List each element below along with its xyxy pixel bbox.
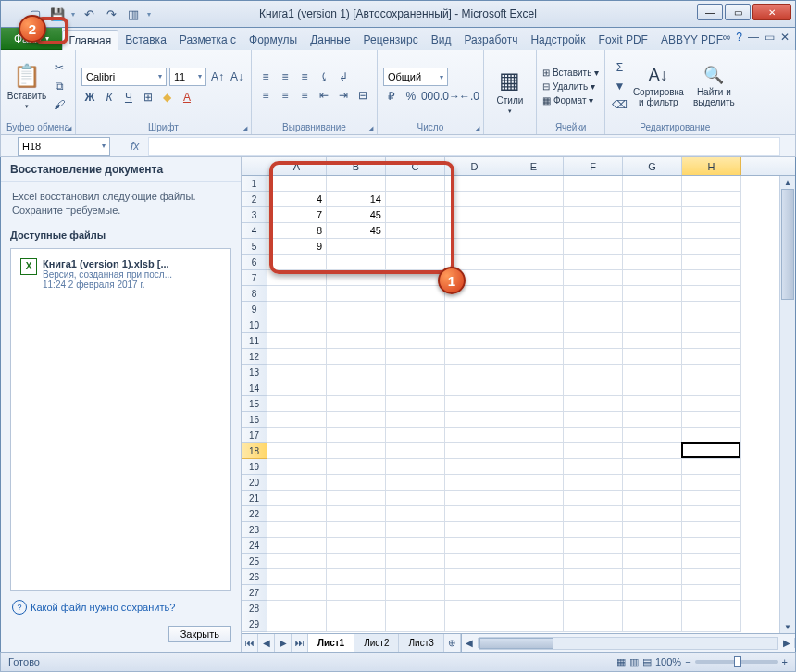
column-header-D[interactable]: D (445, 157, 504, 175)
cell-E27[interactable] (504, 585, 564, 601)
row-header-21[interactable]: 21 (242, 491, 267, 506)
cell-F17[interactable] (564, 428, 623, 443)
tab-foxit[interactable]: Foxit PDF (592, 30, 654, 50)
row-header-25[interactable]: 25 (242, 554, 267, 569)
cut-button[interactable]: ✂ (51, 59, 68, 76)
cell-A12[interactable] (267, 349, 327, 365)
cell-G28[interactable] (623, 601, 682, 616)
scroll-down-icon[interactable]: ▼ (780, 620, 795, 633)
cell-C13[interactable] (386, 365, 445, 380)
undo-button[interactable]: ↶ (79, 4, 99, 24)
cell-A18[interactable] (267, 443, 327, 459)
cell-H19[interactable] (682, 459, 741, 475)
cell-E4[interactable] (504, 223, 564, 239)
row-header-20[interactable]: 20 (242, 475, 267, 491)
cell-C2[interactable] (386, 192, 445, 207)
cell-F11[interactable] (564, 333, 623, 349)
view-layout-icon[interactable]: ▥ (629, 656, 639, 668)
row-header-23[interactable]: 23 (242, 522, 267, 538)
indent-inc-button[interactable]: ⇥ (335, 87, 352, 104)
cell-C23[interactable] (386, 522, 445, 538)
clear-button[interactable]: ⌫ (611, 96, 628, 113)
cell-B25[interactable] (327, 554, 386, 569)
cell-F3[interactable] (564, 207, 623, 223)
cell-E28[interactable] (504, 601, 564, 616)
cell-D14[interactable] (445, 380, 504, 396)
cell-C14[interactable] (386, 380, 445, 396)
cell-B10[interactable] (327, 317, 386, 333)
row-header-28[interactable]: 28 (242, 601, 267, 616)
formula-input[interactable] (148, 137, 780, 156)
fill-button[interactable]: ▼ (611, 78, 628, 94)
indent-dec-button[interactable]: ⇤ (316, 87, 332, 104)
cell-F1[interactable] (564, 176, 623, 192)
cell-E12[interactable] (504, 349, 564, 365)
tab-developer[interactable]: Разработч (457, 30, 524, 50)
recovery-help-link[interactable]: Какой файл нужно сохранить? (1, 594, 241, 620)
vscroll-thumb[interactable] (781, 189, 794, 300)
cell-H15[interactable] (682, 396, 741, 412)
cell-E24[interactable] (504, 538, 564, 554)
view-pagebreak-icon[interactable]: ▤ (642, 656, 652, 668)
redo-button[interactable]: ↷ (101, 4, 121, 24)
qat-customize-icon[interactable]: ▾ (145, 10, 153, 19)
wrap-text-button[interactable]: ↲ (335, 68, 352, 85)
column-header-G[interactable]: G (623, 157, 682, 175)
cell-B8[interactable] (327, 286, 386, 302)
cell-D24[interactable] (445, 538, 504, 554)
cell-A22[interactable] (267, 506, 327, 522)
tab-formulas[interactable]: Формулы (243, 30, 304, 50)
sheet-tab-2[interactable]: Лист2 (354, 634, 399, 652)
cell-E1[interactable] (504, 176, 564, 192)
zoom-level[interactable]: 100% (655, 656, 681, 667)
format-cells-button[interactable]: ▦ Формат ▾ (542, 95, 599, 106)
cell-G26[interactable] (623, 569, 682, 585)
cell-D27[interactable] (445, 585, 504, 601)
tab-addins[interactable]: Надстройк (524, 30, 591, 50)
cell-G15[interactable] (623, 396, 682, 412)
cell-H10[interactable] (682, 317, 741, 333)
cell-C12[interactable] (386, 349, 445, 365)
inc-decimal-button[interactable]: .0→ (442, 88, 458, 105)
cell-F21[interactable] (564, 491, 623, 506)
cell-G14[interactable] (623, 380, 682, 396)
cell-A10[interactable] (267, 317, 327, 333)
cell-D11[interactable] (445, 333, 504, 349)
align-right-button[interactable]: ≡ (296, 87, 313, 104)
cell-G21[interactable] (623, 491, 682, 506)
cell-B23[interactable] (327, 522, 386, 538)
row-header-24[interactable]: 24 (242, 538, 267, 554)
currency-button[interactable]: ₽ (383, 88, 400, 105)
doc-restore-icon[interactable]: ▭ (765, 31, 775, 44)
cell-A15[interactable] (267, 396, 327, 412)
cell-C21[interactable] (386, 491, 445, 506)
cell-B21[interactable] (327, 491, 386, 506)
cell-A7[interactable] (267, 270, 327, 286)
cell-A6[interactable] (267, 255, 327, 270)
cell-D10[interactable] (445, 317, 504, 333)
name-box[interactable]: H18▾ (18, 137, 110, 156)
doc-close-icon[interactable]: ✕ (780, 31, 790, 44)
cell-F14[interactable] (564, 380, 623, 396)
cell-G2[interactable] (623, 192, 682, 207)
cell-G11[interactable] (623, 333, 682, 349)
cell-H29[interactable] (682, 616, 741, 632)
orientation-button[interactable]: ⤹ (316, 68, 332, 85)
cell-B1[interactable] (327, 176, 386, 192)
cell-D5[interactable] (445, 239, 504, 255)
cell-H12[interactable] (682, 349, 741, 365)
cell-E17[interactable] (504, 428, 564, 443)
cell-F28[interactable] (564, 601, 623, 616)
row-header-18[interactable]: 18 (242, 443, 267, 459)
cell-A4[interactable]: 8 (267, 223, 327, 239)
tab-insert[interactable]: Вставка (118, 30, 173, 50)
cell-B7[interactable] (327, 270, 386, 286)
cell-D16[interactable] (445, 412, 504, 428)
cell-F15[interactable] (564, 396, 623, 412)
cell-E8[interactable] (504, 286, 564, 302)
cell-D2[interactable] (445, 192, 504, 207)
cell-G23[interactable] (623, 522, 682, 538)
row-header-7[interactable]: 7 (242, 270, 267, 286)
qat-button[interactable]: ▥ (123, 4, 143, 24)
cell-G25[interactable] (623, 554, 682, 569)
